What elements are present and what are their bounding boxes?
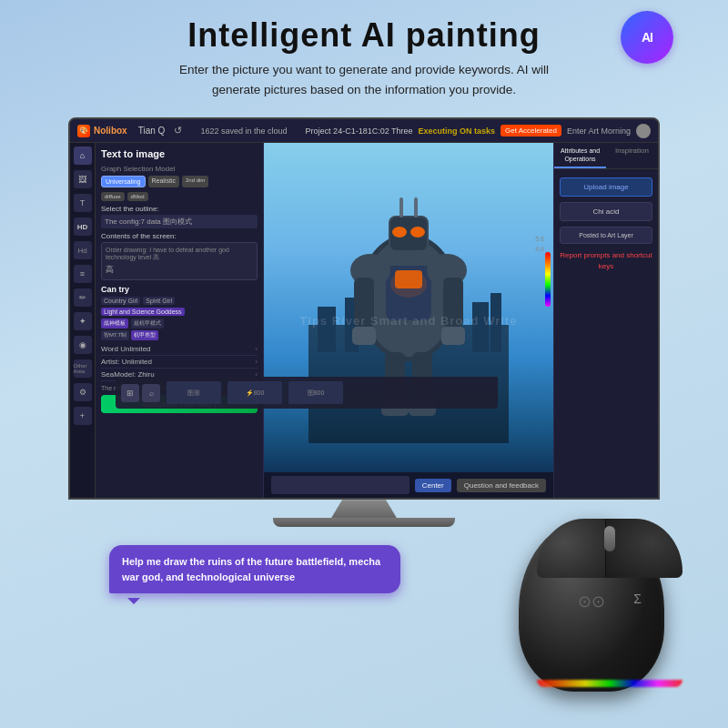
model-row: Universaling Realistic 2nd dim [101,176,258,187]
can-try-title: Can try [101,285,258,294]
try-tag-6[interactable]: 智MT.T制 [101,330,129,340]
color-bar [545,252,551,307]
svg-point-18 [410,227,425,238]
screen-label: Contents of the screen: [101,232,258,240]
svg-rect-20 [414,197,418,217]
taskbar-thumb-1[interactable]: 图形 [167,381,221,404]
monitor-base [273,518,455,527]
subtitle: Enter the picture you want to generate a… [164,60,564,99]
robot-image: Tips River Smart and Broad Write 5.64.8 … [264,143,553,498]
svg-rect-13 [352,327,376,345]
model-btn-2[interactable]: Realistic [148,176,179,187]
right-panel: Attributes andOperations Inspiration Upl… [553,143,658,498]
right-tab-attributes[interactable]: Attributes andOperations [554,143,606,168]
settings-icon[interactable]: ⚙ [74,383,92,401]
home-icon[interactable]: ⌂ [74,147,92,165]
project-name: Project 24-C1-181C:02 Three [306,126,413,136]
try-tags-row: Country Girl Spirit Girl Light and Scien… [101,297,258,316]
text-icon[interactable]: T [74,194,92,212]
mouse-sigma-btn[interactable]: Σ [633,592,642,606]
ai-badge: AI [621,11,673,64]
arrow-icon-1: › [255,345,258,353]
monitor-stand [309,500,419,518]
image-icon[interactable]: 🖼 [74,170,92,188]
svg-rect-3 [472,302,489,352]
logo-icon: 🎨 [77,125,90,137]
try-item-1[interactable]: Word Unlimited › [101,343,258,356]
mouse-scroll-wheel[interactable] [604,526,615,551]
chi-acid-btn[interactable]: Chi acid [560,202,652,221]
try-tag-7[interactable]: 机甲类型 [131,330,158,340]
art-layer-btn[interactable]: Posted to Art Layer [560,227,652,244]
model-label: Graph Selection Model [101,165,258,173]
outline-value[interactable]: The config:7 data 图向模式 [101,215,258,228]
report-text[interactable]: Report prompts and shortcut keys [554,247,658,274]
outline-label: Select the outline: [101,205,258,213]
taskbar-start[interactable]: ⊞ [121,384,139,402]
left-icon-strip: ⌂ 🖼 T HD Hd ≡ ✏ ✦ ◉ Other Area ⚙ + [70,143,96,498]
main-title: Intelligent AI painting [0,16,728,55]
area-icon[interactable]: Other Area [74,359,92,378]
try-item-1-label: Word Unlimited [101,345,151,353]
screen-textarea[interactable]: Order drawing: I have to defeat another … [101,242,258,280]
mouse-right-button[interactable] [606,519,682,578]
svg-point-17 [392,227,407,238]
user-avatar [636,124,651,138]
arrow-icon-2: › [255,358,258,366]
feedback-btn[interactable]: Question and feedback [457,479,546,492]
cloud-save: 1622 saved in the cloud [187,126,299,136]
taskbar-search[interactable]: ⌕ [142,384,160,402]
taskbar-thumb-2[interactable]: ⚡800 [228,381,282,404]
executing-status: Executing ON tasks [419,126,496,136]
try-tag-3[interactable]: Light and Science Goddess [101,308,185,316]
top-bar: 🎨 Nolibox Tian Q ↺ 1622 saved in the clo… [70,119,658,143]
center-image-area: Tips River Smart and Broad Write 5.64.8 … [264,143,553,498]
svg-point-25 [390,270,427,298]
magic-icon[interactable]: ✦ [74,312,92,330]
model-btn-3[interactable]: 2nd dim [182,176,208,187]
mouse-rgb-strip [537,680,682,687]
layers-icon[interactable]: ≡ [74,265,92,283]
left-panel: Text to image Graph Selection Model Univ… [96,143,264,498]
mouse-body: ⊙⊙ Σ [519,519,664,692]
face-icon[interactable]: ◉ [74,336,92,354]
right-section-title [554,169,658,175]
model-btn-extra[interactable]: dMod [127,192,148,201]
right-tabs: Attributes andOperations Inspiration [554,143,658,169]
watermark: Tips River Smart and Broad Write [300,314,518,328]
enter-art-label[interactable]: Enter Art Morning [567,126,631,136]
mouse-logo: ⊙⊙ [578,592,605,612]
try-tag-5[interactable]: 超机甲模式 [131,318,164,329]
add-icon[interactable]: + [74,407,92,425]
try-tag-2[interactable]: Spirit Girl [143,297,175,305]
right-tab-inspiration[interactable]: Inspiration [606,143,658,168]
page-header: Intelligent AI painting AI Enter the pic… [0,0,728,116]
mouse-left-button[interactable] [537,519,606,578]
mouse-wrapper: ⊙⊙ Σ [500,519,701,701]
prompt-input[interactable] [271,476,410,494]
page-wrapper: Intelligent AI painting AI Enter the pic… [0,0,728,728]
center-btn[interactable]: Center [415,479,451,492]
try-item-2[interactable]: Artist: Unlimited › [101,356,258,369]
panel-title: Text to image [101,148,258,159]
upload-image-btn[interactable]: Upload image [560,177,652,197]
svg-rect-14 [441,327,465,345]
user-name: Tian Q [138,126,166,136]
textarea-hint: Order drawing: I have to defeat another … [106,247,253,262]
undo-icon[interactable]: ↺ [174,125,182,136]
edit-icon[interactable]: ✏ [74,288,92,307]
chat-bubble: Help me draw the ruins of the future bat… [109,545,400,593]
get-accelerated-btn[interactable]: Get Accelerated [500,125,561,136]
model-btn-1[interactable]: Universaling [101,176,146,187]
image-bottom-bar: Center Question and feedback [264,472,553,498]
hd2-icon[interactable]: Hd [74,241,92,259]
main-content: ⌂ 🖼 T HD Hd ≡ ✏ ✦ ◉ Other Area ⚙ + Text … [70,143,658,498]
try-item-2-label: Artist: Unlimited [101,358,152,366]
model-btn-4[interactable]: diffuse [101,192,125,201]
taskbar-thumb-3[interactable]: 图800 [288,381,343,404]
try-tag-4[interactable]: 战神模板 [101,318,128,329]
svg-rect-19 [399,197,403,217]
logo-area: 🎨 Nolibox [77,125,127,137]
try-tag-1[interactable]: Country Girl [101,297,140,305]
hd-icon[interactable]: HD [74,217,92,236]
